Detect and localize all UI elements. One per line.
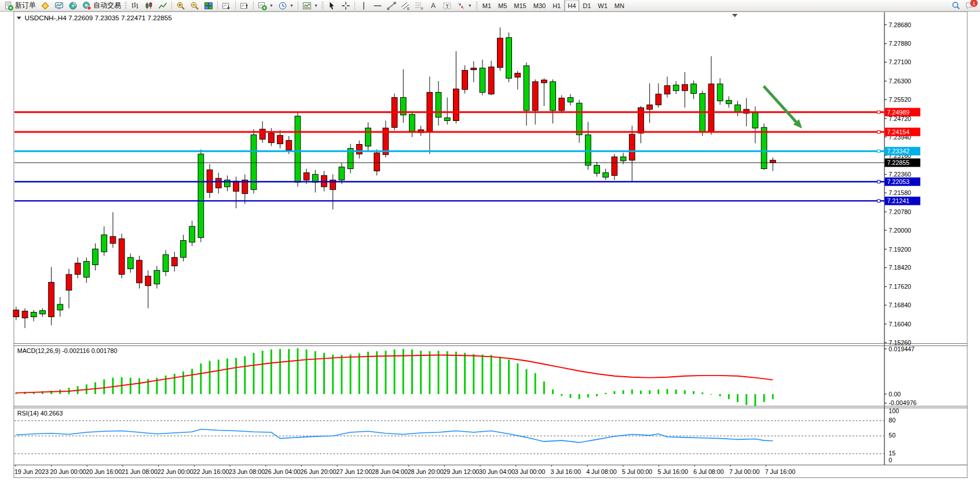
zoom-in-icon xyxy=(176,1,185,10)
zoom-out-icon xyxy=(190,1,199,10)
svg-text:7.19200: 7.19200 xyxy=(888,246,911,253)
chart-shift-button[interactable] xyxy=(237,1,251,11)
timeframe-bar: M1M5M15M30H1H4D1W1MN xyxy=(479,0,628,12)
svg-text:7.20000: 7.20000 xyxy=(888,227,911,234)
horizontal-line-icon xyxy=(373,1,382,10)
svg-text:7.20780: 7.20780 xyxy=(888,208,911,215)
svg-text:6 Jul 08:00: 6 Jul 08:00 xyxy=(693,468,723,475)
crosshair-button[interactable] xyxy=(339,1,353,11)
svg-text:7.26300: 7.26300 xyxy=(888,78,911,84)
svg-text:23 Jun 08:00: 23 Jun 08:00 xyxy=(229,468,265,475)
rsi-label: RSI(14) 40.2663 xyxy=(17,410,63,417)
equidistant-channel-button[interactable]: E xyxy=(398,1,412,11)
svg-text:7 Jul 00:00: 7 Jul 00:00 xyxy=(729,468,759,475)
candles-chart-button[interactable] xyxy=(142,1,156,11)
toolbar-separator xyxy=(217,1,218,10)
svg-text:USDCNH-,H4 7.22609 7.23035 7.: USDCNH-,H4 7.22609 7.23035 7.22471 7.228… xyxy=(24,14,172,21)
svg-text:19 Jun 2023: 19 Jun 2023 xyxy=(14,468,49,475)
svg-text:100: 100 xyxy=(888,407,899,414)
autoscroll-button[interactable] xyxy=(220,1,233,11)
tab-timeframe-M30[interactable]: M30 xyxy=(530,0,549,12)
tab-timeframe-D1[interactable]: D1 xyxy=(579,0,594,12)
macd-label: MACD(12,26,9) -0.002116 0.001780 xyxy=(17,347,118,354)
svg-text:26 Jun 20:00: 26 Jun 20:00 xyxy=(301,468,337,475)
periods-button[interactable]: ▼ xyxy=(276,1,296,11)
chevron-down-icon: ▼ xyxy=(290,3,294,8)
tab-timeframe-W1[interactable]: W1 xyxy=(594,0,611,12)
svg-text:7.23342: 7.23342 xyxy=(887,148,909,155)
text-label-button[interactable]: T xyxy=(440,1,454,11)
new-chart-button[interactable]: ▼ xyxy=(255,1,276,11)
svg-text:27 Jun 12:00: 27 Jun 12:00 xyxy=(336,468,372,475)
tab-timeframe-MN[interactable]: MN xyxy=(611,0,628,12)
bars-chart-button[interactable] xyxy=(128,1,142,11)
tab-timeframe-M1[interactable]: M1 xyxy=(479,0,495,12)
chevron-down-icon: ▼ xyxy=(269,3,273,8)
svg-text:7.16840: 7.16840 xyxy=(888,302,911,308)
arrows-icon xyxy=(456,1,466,10)
svg-text:29 Jun 12:00: 29 Jun 12:00 xyxy=(443,468,479,475)
candles-chart-icon xyxy=(144,1,153,10)
line-chart-button[interactable] xyxy=(156,1,170,11)
periods-clock-icon xyxy=(278,1,287,10)
zoom-in-button[interactable] xyxy=(174,1,188,11)
svg-text:20 Jun 16:00: 20 Jun 16:00 xyxy=(86,468,122,475)
search-icon[interactable] xyxy=(952,1,960,10)
new-order-label: 新订单 xyxy=(15,1,36,10)
toolbar-separator xyxy=(235,1,236,10)
svg-text:7.17620: 7.17620 xyxy=(888,283,911,290)
cursor-button[interactable] xyxy=(325,1,339,11)
fibonacci-button[interactable]: F xyxy=(412,1,426,11)
svg-text:28 Jun 20:00: 28 Jun 20:00 xyxy=(408,468,444,475)
zoom-out-button[interactable] xyxy=(188,1,202,11)
autoscroll-icon xyxy=(222,1,231,10)
svg-text:7.25520: 7.25520 xyxy=(888,96,911,103)
crosshair-icon xyxy=(341,1,350,10)
toolbar-grip xyxy=(476,2,478,10)
svg-text:7.18420: 7.18420 xyxy=(888,264,911,271)
autotrading-button[interactable]: 自动交易 xyxy=(80,1,123,11)
main-toolbar: 新订单 自动交易 ▼ ▼ xyxy=(0,0,980,12)
svg-text:0.019447: 0.019447 xyxy=(888,345,915,352)
vertical-line-icon xyxy=(359,1,368,10)
horizontal-line-button[interactable] xyxy=(371,1,385,11)
svg-text:50: 50 xyxy=(888,432,895,439)
trendline-button[interactable] xyxy=(385,1,398,11)
new-chart-icon xyxy=(258,1,267,10)
market-watch-button[interactable] xyxy=(52,1,66,11)
svg-text:3 Jul 00:00: 3 Jul 00:00 xyxy=(515,468,545,475)
text-icon: A xyxy=(429,1,438,10)
fibonacci-icon: F xyxy=(415,1,424,10)
navigator-button[interactable] xyxy=(66,1,80,11)
chevron-down-icon: ▼ xyxy=(314,3,318,8)
bars-chart-icon xyxy=(130,1,140,10)
tab-timeframe-M15[interactable]: M15 xyxy=(510,0,529,12)
chart-shift-icon xyxy=(240,1,249,10)
svg-text:7.24154: 7.24154 xyxy=(887,128,909,135)
new-order-button[interactable]: 新订单 xyxy=(2,1,38,11)
svg-text:-0.004976: -0.004976 xyxy=(888,400,916,407)
svg-text:7.27100: 7.27100 xyxy=(888,58,911,65)
svg-text:30 Jun 04:00: 30 Jun 04:00 xyxy=(479,468,515,475)
svg-text:3 Jul 16:00: 3 Jul 16:00 xyxy=(550,468,580,475)
svg-text:A: A xyxy=(431,2,436,10)
arrows-button[interactable]: ▼ xyxy=(454,1,474,11)
tab-timeframe-H1[interactable]: H1 xyxy=(549,0,564,12)
text-button[interactable]: A xyxy=(426,1,440,11)
tile-windows-button[interactable] xyxy=(202,1,215,11)
svg-text:7.27880: 7.27880 xyxy=(888,40,911,47)
vertical-line-button[interactable] xyxy=(357,1,371,11)
metaeditor-button[interactable] xyxy=(38,1,52,11)
toolbar-grip xyxy=(321,2,324,10)
tab-timeframe-H4[interactable]: H4 xyxy=(564,0,579,12)
metaeditor-icon xyxy=(41,1,50,10)
trendline-icon xyxy=(387,1,396,10)
svg-text:7.28680: 7.28680 xyxy=(888,21,911,28)
svg-text:7.21580: 7.21580 xyxy=(888,189,911,196)
autotrading-icon xyxy=(82,1,92,10)
svg-text:80: 80 xyxy=(888,417,895,424)
tab-timeframe-M5[interactable]: M5 xyxy=(495,0,510,12)
templates-button[interactable]: ▼ xyxy=(300,1,320,11)
chat-button[interactable]: 1 xyxy=(965,1,974,10)
chart-canvas[interactable]: 7.286807.278807.271007.263007.255207.247… xyxy=(0,12,980,489)
